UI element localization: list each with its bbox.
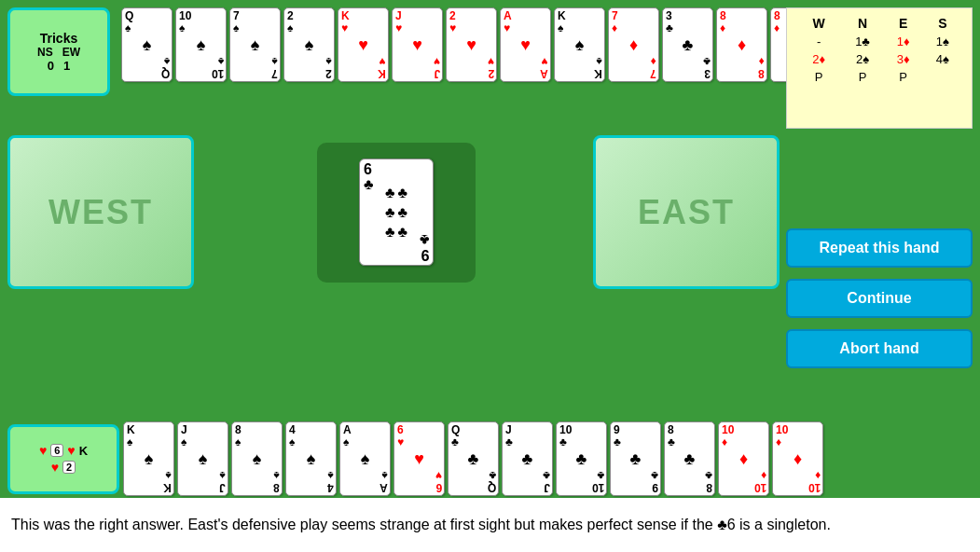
south-info-box: ♥ 6 ♥ K ♥ 2 — [7, 424, 119, 494]
north-card-3: 2♠ ♠ 2♠ — [283, 7, 335, 82]
south-info-row2: ♥ 2 — [51, 460, 76, 475]
ew-label: EW — [62, 46, 80, 59]
south-card-2[interactable]: 8♠ ♠ 8♠ — [231, 421, 283, 496]
south-card-8[interactable]: 10♣ ♣ 10♣ — [556, 421, 607, 496]
south-card-10[interactable]: 8♣ ♣ 8♣ — [664, 421, 715, 496]
east-label: EAST — [638, 193, 735, 232]
south-card-4[interactable]: A♠ ♠ A♠ — [339, 421, 391, 496]
north-card-5: J♥ ♥ J♥ — [392, 7, 443, 82]
continue-button[interactable]: Continue — [786, 279, 973, 318]
card-pips: ♣♣ ♣♣ ♣♣ — [385, 185, 407, 241]
bid-header-n: N — [841, 14, 883, 33]
badge-6: 6 — [50, 444, 63, 457]
bid-header-w: W — [796, 14, 841, 33]
bid-cell-0-0: - — [796, 33, 841, 50]
bid-cell-0-1: 1♣ — [841, 33, 883, 50]
west-area: WEST — [7, 135, 194, 289]
south-area: ♥ 6 ♥ K ♥ 2 K♠ ♠ K♠ J♠ ♠ J♠ 8♠ ♠ 8♠ 4♠ ♠… — [0, 421, 780, 496]
bid-row-0: -1♣1♦1♠ — [796, 33, 962, 50]
south-card-12[interactable]: 10♦ ♦ 10♦ — [772, 421, 823, 496]
south-info-row1: ♥ 6 ♥ K — [39, 443, 88, 458]
north-card-4: K♥ ♥ K♥ — [338, 7, 389, 82]
bid-cell-1-1: 2♠ — [841, 50, 883, 68]
ew-val: 1 — [63, 59, 70, 73]
north-card-1: 10♠ ♠ 10♠ — [175, 7, 227, 82]
bid-cell-1-3: 4♠ — [923, 50, 962, 68]
heart-icon-3: ♥ — [51, 460, 59, 475]
bid-cell-2-1: P — [841, 68, 883, 86]
south-card-7[interactable]: J♣ ♣ J♣ — [502, 421, 553, 496]
north-card-8: K♠ ♠ K♠ — [554, 7, 605, 82]
bid-header-e: E — [884, 14, 923, 33]
bid-cell-1-2: 3♦ — [884, 50, 923, 68]
abort-hand-button[interactable]: Abort hand — [786, 329, 973, 368]
north-card-11: 8♦ ♦ 8♦ — [716, 7, 767, 82]
message-bar: This was the right answer. East's defens… — [0, 498, 980, 552]
badge-2: 2 — [62, 461, 76, 474]
west-label: WEST — [48, 193, 153, 232]
bidding-table: WNES -1♣1♦1♠2♦2♠3♦4♠PPP — [786, 7, 973, 129]
repeat-hand-button[interactable]: Repeat this hand — [786, 228, 973, 268]
ns-label: NS — [37, 46, 53, 59]
bid-cell-2-2: P — [884, 68, 923, 86]
bid-cell-2-0: P — [796, 68, 841, 86]
buttons-area: Repeat this hand Continue Abort hand — [786, 228, 973, 368]
north-card-7: A♥ ♥ A♥ — [500, 7, 551, 82]
message-text: This was the right answer. East's defens… — [11, 515, 831, 535]
bid-cell-2-3 — [923, 68, 962, 86]
bid-row-2: PPP — [796, 68, 962, 86]
south-card-11[interactable]: 10♦ ♦ 10♦ — [718, 421, 769, 496]
tricks-header: NS EW — [37, 46, 80, 59]
bid-header-s: S — [923, 14, 962, 33]
south-card-9[interactable]: 9♣ ♣ 9♣ — [610, 421, 661, 496]
south-cards: K♠ ♠ K♠ J♠ ♠ J♠ 8♠ ♠ 8♠ 4♠ ♠ 4♠ A♠ ♠ A♠ … — [123, 421, 823, 496]
north-card-0: Q♠ ♠ Q♠ — [121, 7, 173, 82]
ns-val: 0 — [48, 59, 54, 73]
played-card: 6♣ ♣♣ ♣♣ ♣♣ 9♣ — [359, 159, 434, 266]
bid-cell-0-3: 1♠ — [923, 33, 962, 50]
north-card-6: 2♥ ♥ 2♥ — [446, 7, 497, 82]
heart-icon-2: ♥ — [67, 443, 75, 458]
south-card-3[interactable]: 4♠ ♠ 4♠ — [285, 421, 337, 496]
south-card-6[interactable]: Q♣ ♣ Q♣ — [448, 421, 499, 496]
south-card-1[interactable]: J♠ ♠ J♠ — [177, 421, 228, 496]
north-card-2: 7♠ ♠ 7♠ — [229, 7, 281, 82]
heart-icon-1: ♥ — [39, 443, 47, 458]
king-label: K — [79, 444, 88, 458]
bid-cell-1-0: 2♦ — [796, 50, 841, 68]
east-area: EAST — [593, 135, 780, 289]
center-dark: 6♣ ♣♣ ♣♣ ♣♣ 9♣ — [317, 143, 476, 283]
tricks-box: Tricks NS EW 0 1 — [7, 7, 110, 96]
north-card-10: 3♣ ♣ 3♣ — [662, 7, 713, 82]
north-card-9: 7♦ ♦ 7♦ — [608, 7, 659, 82]
bid-row-1: 2♦2♠3♦4♠ — [796, 50, 962, 68]
card-rank-bottom: 9♣ — [420, 232, 430, 262]
south-card-5[interactable]: 6♥ ♥ 6♥ — [393, 421, 445, 496]
tricks-title: Tricks — [40, 31, 77, 46]
tricks-values: 0 1 — [48, 59, 70, 73]
bid-cell-0-2: 1♦ — [884, 33, 923, 50]
south-card-0[interactable]: K♠ ♠ K♠ — [123, 421, 174, 496]
north-cards: Q♠ ♠ Q♠ 10♠ ♠ 10♠ 7♠ ♠ 7♠ 2♠ ♠ 2♠ K♥ ♥ K… — [121, 7, 821, 82]
center-play-area: 6♣ ♣♣ ♣♣ ♣♣ 9♣ — [200, 135, 592, 289]
